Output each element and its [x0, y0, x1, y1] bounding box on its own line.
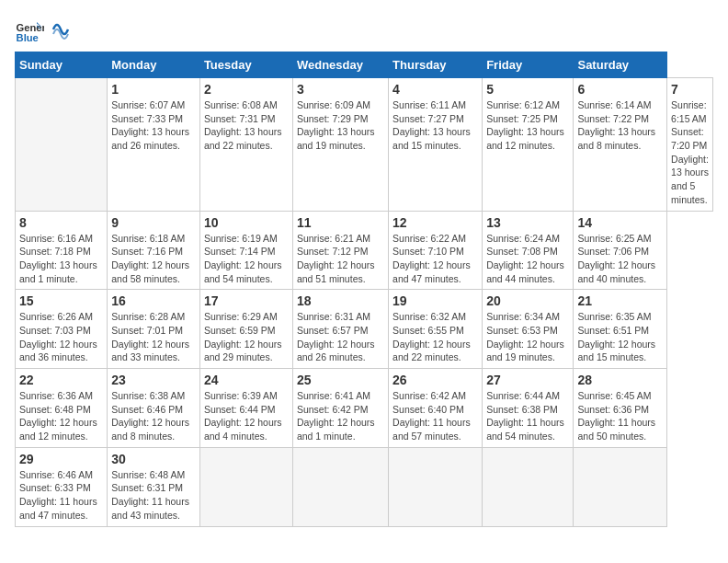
day-number: 13: [486, 215, 569, 230]
day-detail: Sunrise: 6:21 AMSunset: 7:12 PMDaylight:…: [297, 232, 384, 286]
day-detail: Sunrise: 6:31 AMSunset: 6:57 PMDaylight:…: [297, 310, 384, 364]
column-header-friday: Friday: [483, 52, 574, 78]
logo: General Blue: [15, 15, 70, 44]
day-cell: [199, 447, 292, 526]
day-detail: Sunrise: 6:16 AMSunset: 7:18 PMDaylight:…: [19, 232, 103, 286]
day-cell: 1Sunrise: 6:07 AMSunset: 7:33 PMDaylight…: [108, 78, 200, 212]
day-number: 6: [577, 82, 663, 97]
day-detail: Sunrise: 6:45 AMSunset: 6:36 PMDaylight:…: [577, 389, 663, 443]
day-number: 12: [392, 215, 478, 230]
day-cell: 30Sunrise: 6:48 AMSunset: 6:31 PMDayligh…: [108, 447, 200, 526]
day-number: 10: [204, 215, 289, 230]
day-cell: 14Sunrise: 6:25 AMSunset: 7:06 PMDayligh…: [574, 211, 667, 290]
svg-text:General: General: [17, 22, 44, 33]
column-header-sunday: Sunday: [16, 52, 108, 78]
day-detail: Sunrise: 6:18 AMSunset: 7:16 PMDaylight:…: [111, 232, 196, 286]
day-cell: 25Sunrise: 6:41 AMSunset: 6:42 PMDayligh…: [292, 369, 388, 448]
day-cell: 2Sunrise: 6:08 AMSunset: 7:31 PMDaylight…: [199, 78, 292, 212]
day-cell: 26Sunrise: 6:42 AMSunset: 6:40 PMDayligh…: [389, 369, 483, 448]
day-cell: 21Sunrise: 6:35 AMSunset: 6:51 PMDayligh…: [574, 290, 667, 369]
day-cell: 13Sunrise: 6:24 AMSunset: 7:08 PMDayligh…: [483, 211, 574, 290]
day-number: 22: [19, 373, 103, 387]
column-header-thursday: Thursday: [389, 52, 483, 78]
week-row-1: 1Sunrise: 6:07 AMSunset: 7:33 PMDaylight…: [16, 78, 713, 212]
day-cell: 24Sunrise: 6:39 AMSunset: 6:44 PMDayligh…: [199, 369, 292, 448]
week-row-2: 8Sunrise: 6:16 AMSunset: 7:18 PMDaylight…: [16, 211, 713, 290]
svg-text:Blue: Blue: [17, 32, 39, 43]
day-number: 19: [392, 293, 478, 308]
day-cell: [389, 447, 483, 526]
day-detail: Sunrise: 6:42 AMSunset: 6:40 PMDaylight:…: [392, 389, 478, 443]
day-number: 1: [111, 82, 196, 97]
day-detail: Sunrise: 6:48 AMSunset: 6:31 PMDaylight:…: [111, 468, 196, 523]
day-cell: 9Sunrise: 6:18 AMSunset: 7:16 PMDaylight…: [108, 211, 200, 290]
day-detail: Sunrise: 6:19 AMSunset: 7:14 PMDaylight:…: [204, 232, 289, 286]
column-header-saturday: Saturday: [574, 52, 667, 78]
day-cell: 22Sunrise: 6:36 AMSunset: 6:48 PMDayligh…: [16, 369, 108, 448]
day-cell: 17Sunrise: 6:29 AMSunset: 6:59 PMDayligh…: [199, 290, 292, 369]
week-row-5: 29Sunrise: 6:46 AMSunset: 6:33 PMDayligh…: [16, 447, 713, 526]
day-number: 29: [19, 452, 103, 466]
day-number: 26: [392, 373, 478, 387]
logo-icon: General Blue: [15, 15, 44, 44]
day-cell: 7Sunrise: 6:15 AMSunset: 7:20 PMDaylight…: [667, 78, 713, 212]
day-detail: Sunrise: 6:32 AMSunset: 6:55 PMDaylight:…: [392, 310, 478, 364]
day-cell: 10Sunrise: 6:19 AMSunset: 7:14 PMDayligh…: [199, 211, 292, 290]
day-number: 24: [204, 373, 289, 387]
day-number: 9: [111, 215, 196, 230]
day-cell: 19Sunrise: 6:32 AMSunset: 6:55 PMDayligh…: [389, 290, 483, 369]
day-cell: [574, 447, 667, 526]
day-cell: [16, 78, 108, 212]
day-number: 14: [577, 215, 663, 230]
day-detail: Sunrise: 6:35 AMSunset: 6:51 PMDaylight:…: [577, 310, 663, 364]
day-detail: Sunrise: 6:44 AMSunset: 6:38 PMDaylight:…: [486, 389, 569, 443]
day-detail: Sunrise: 6:09 AMSunset: 7:29 PMDaylight:…: [297, 98, 384, 153]
day-detail: Sunrise: 6:14 AMSunset: 7:22 PMDaylight:…: [577, 98, 663, 153]
day-detail: Sunrise: 6:41 AMSunset: 6:42 PMDaylight:…: [297, 389, 384, 443]
day-detail: Sunrise: 6:11 AMSunset: 7:27 PMDaylight:…: [392, 98, 478, 153]
day-cell: 4Sunrise: 6:11 AMSunset: 7:27 PMDaylight…: [389, 78, 483, 212]
day-number: 21: [577, 293, 663, 308]
day-cell: 8Sunrise: 6:16 AMSunset: 7:18 PMDaylight…: [16, 211, 108, 290]
day-detail: Sunrise: 6:26 AMSunset: 7:03 PMDaylight:…: [19, 310, 103, 364]
day-detail: Sunrise: 6:25 AMSunset: 7:06 PMDaylight:…: [577, 232, 663, 286]
day-number: 11: [297, 215, 384, 230]
day-cell: [483, 447, 574, 526]
day-number: 20: [486, 293, 569, 308]
week-row-4: 22Sunrise: 6:36 AMSunset: 6:48 PMDayligh…: [16, 369, 713, 448]
day-cell: 27Sunrise: 6:44 AMSunset: 6:38 PMDayligh…: [483, 369, 574, 448]
column-header-tuesday: Tuesday: [199, 52, 292, 78]
column-header-monday: Monday: [108, 52, 200, 78]
day-cell: 6Sunrise: 6:14 AMSunset: 7:22 PMDaylight…: [574, 78, 667, 212]
day-cell: 20Sunrise: 6:34 AMSunset: 6:53 PMDayligh…: [483, 290, 574, 369]
page-header: General Blue: [15, 15, 713, 44]
day-detail: Sunrise: 6:36 AMSunset: 6:48 PMDaylight:…: [19, 389, 103, 443]
day-cell: 12Sunrise: 6:22 AMSunset: 7:10 PMDayligh…: [389, 211, 483, 290]
day-number: 15: [19, 293, 103, 308]
day-cell: 18Sunrise: 6:31 AMSunset: 6:57 PMDayligh…: [292, 290, 388, 369]
day-cell: 23Sunrise: 6:38 AMSunset: 6:46 PMDayligh…: [108, 369, 200, 448]
day-number: 16: [111, 293, 196, 308]
day-number: 30: [111, 452, 196, 466]
day-cell: 5Sunrise: 6:12 AMSunset: 7:25 PMDaylight…: [483, 78, 574, 212]
day-number: 18: [297, 293, 384, 308]
day-detail: Sunrise: 6:12 AMSunset: 7:25 PMDaylight:…: [486, 98, 569, 153]
day-number: 3: [297, 82, 384, 97]
day-number: 17: [204, 293, 289, 308]
day-detail: Sunrise: 6:28 AMSunset: 7:01 PMDaylight:…: [111, 310, 196, 364]
day-cell: 11Sunrise: 6:21 AMSunset: 7:12 PMDayligh…: [292, 211, 388, 290]
day-cell: [292, 447, 388, 526]
day-detail: Sunrise: 6:46 AMSunset: 6:33 PMDaylight:…: [19, 468, 103, 523]
day-detail: Sunrise: 6:07 AMSunset: 7:33 PMDaylight:…: [111, 98, 196, 153]
day-cell: 16Sunrise: 6:28 AMSunset: 7:01 PMDayligh…: [108, 290, 200, 369]
day-number: 23: [111, 373, 196, 387]
day-detail: Sunrise: 6:39 AMSunset: 6:44 PMDaylight:…: [204, 389, 289, 443]
week-row-3: 15Sunrise: 6:26 AMSunset: 7:03 PMDayligh…: [16, 290, 713, 369]
day-number: 4: [392, 82, 478, 97]
day-detail: Sunrise: 6:34 AMSunset: 6:53 PMDaylight:…: [486, 310, 569, 364]
day-number: 27: [486, 373, 569, 387]
logo-wave-icon: [51, 16, 70, 43]
column-header-wednesday: Wednesday: [292, 52, 388, 78]
day-detail: Sunrise: 6:08 AMSunset: 7:31 PMDaylight:…: [204, 98, 289, 153]
day-detail: Sunrise: 6:38 AMSunset: 6:46 PMDaylight:…: [111, 389, 196, 443]
